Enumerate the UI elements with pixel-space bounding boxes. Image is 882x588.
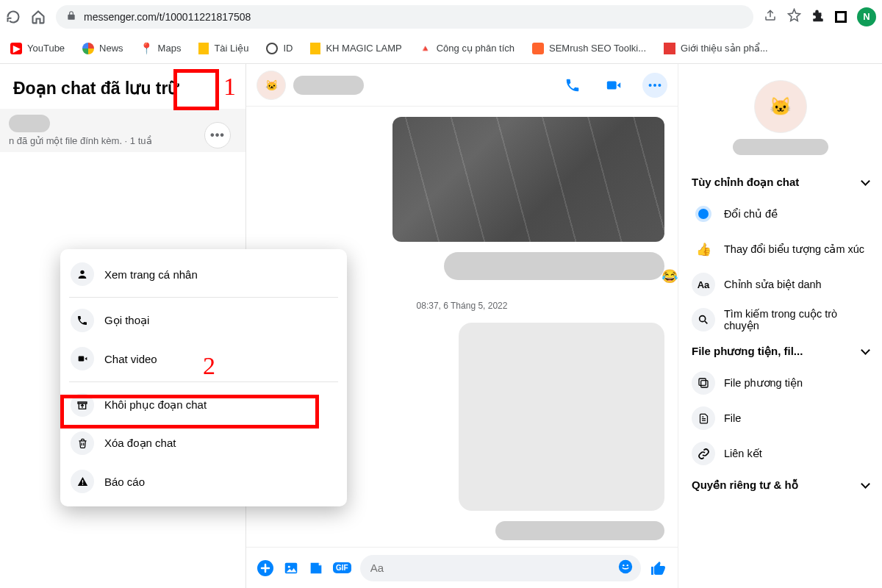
row-change-emoji[interactable]: 👍 Thay đổi biểu tượng cảm xúc xyxy=(684,232,876,267)
row-edit-nickname[interactable]: Aa Chỉnh sửa biệt danh xyxy=(684,267,876,302)
lock-icon xyxy=(66,10,76,24)
svg-rect-11 xyxy=(699,379,706,385)
chevron-down-icon xyxy=(861,479,870,489)
svg-rect-12 xyxy=(701,381,708,387)
bookmark-semrush[interactable]: SEMrush SEO Toolki... xyxy=(525,39,653,58)
chevron-down-icon xyxy=(861,176,870,186)
chat-header-actions xyxy=(560,73,667,98)
reload-icon[interactable] xyxy=(6,10,21,24)
image-picker-button[interactable] xyxy=(283,560,299,576)
sidebar-title: Đoạn chat đã lưu trữ xyxy=(0,64,245,109)
bookmarks-bar: ▶YouTube News 📍Maps Tài Liệu ID KH MAGIC… xyxy=(0,33,882,64)
theme-icon xyxy=(692,202,715,226)
annotation-label-1: 1 xyxy=(223,73,236,101)
browser-actions: N xyxy=(764,7,876,26)
voice-call-button[interactable] xyxy=(560,73,585,98)
menu-report[interactable]: Báo cáo xyxy=(60,462,347,501)
chat-name-placeholder xyxy=(9,115,50,132)
svg-point-2 xyxy=(653,83,656,86)
bookmark-youtube[interactable]: ▶YouTube xyxy=(3,39,72,58)
menu-unarchive[interactable]: Khôi phục đoạn chat xyxy=(60,386,347,424)
link-icon xyxy=(692,442,715,465)
profile-avatar[interactable]: N xyxy=(857,7,876,26)
archived-chat-item[interactable]: n đã gửi một file đính kèm. · 1 tuầ ••• xyxy=(0,109,245,152)
emoji-picker-button[interactable] xyxy=(617,559,634,578)
bookmark-tailieu[interactable]: Tài Liệu xyxy=(191,39,256,58)
chat-info-button[interactable] xyxy=(642,73,667,98)
globe-icon xyxy=(266,43,278,54)
message-input[interactable] xyxy=(360,555,641,581)
chat-more-button[interactable]: ••• xyxy=(204,122,231,148)
row-files[interactable]: File xyxy=(684,401,876,436)
file-icon xyxy=(692,406,715,430)
section-media-files[interactable]: File phương tiện, fil... xyxy=(684,337,876,365)
phone-icon xyxy=(71,309,94,332)
bookmark-magic-lamp[interactable]: KH MAGIC LAMP xyxy=(303,39,409,58)
message-placeholder-large xyxy=(459,323,664,511)
svg-point-3 xyxy=(658,83,661,86)
bookmark-maps[interactable]: 📍Maps xyxy=(134,39,189,58)
semrush-icon xyxy=(532,43,544,54)
details-avatar[interactable] xyxy=(754,80,807,133)
svg-point-6 xyxy=(288,565,290,567)
section-customize-chat[interactable]: Tùy chỉnh đoạn chat xyxy=(684,168,876,196)
section-privacy[interactable]: Quyền riêng tư & hỗ xyxy=(684,471,876,499)
svg-point-7 xyxy=(619,559,632,573)
add-attachment-button[interactable] xyxy=(257,559,274,577)
share-icon[interactable] xyxy=(764,9,777,25)
chat-header xyxy=(246,64,678,107)
svg-rect-0 xyxy=(607,81,617,89)
chat-name-placeholder xyxy=(293,76,364,95)
menu-divider xyxy=(69,381,338,382)
trash-icon xyxy=(71,431,94,455)
unarchive-icon xyxy=(71,393,94,417)
menu-voice-call[interactable]: Gọi thoại xyxy=(60,301,347,340)
messenger-app: Đoạn chat đã lưu trữ n đã gửi một file đ… xyxy=(0,64,882,588)
menu-delete-chat[interactable]: Xóa đoạn chat xyxy=(60,424,347,462)
chat-avatar[interactable] xyxy=(257,71,286,100)
red-icon xyxy=(664,43,675,54)
video-icon xyxy=(71,347,94,370)
video-call-button[interactable] xyxy=(601,73,626,98)
svg-point-8 xyxy=(623,564,624,565)
gif-button[interactable]: GIF xyxy=(333,562,351,573)
star-icon[interactable] xyxy=(787,8,801,25)
laugh-reaction-icon[interactable]: 😂 xyxy=(662,268,678,284)
image-message[interactable] xyxy=(392,117,664,242)
google-icon xyxy=(82,43,94,54)
sticker-button[interactable] xyxy=(308,560,324,576)
search-icon xyxy=(692,308,715,331)
bookmark-gioithieu[interactable]: Giới thiệu sản phẩ... xyxy=(656,39,775,58)
person-icon xyxy=(71,262,94,286)
row-search-conversation[interactable]: Tìm kiếm trong cuộc trò chuyện xyxy=(684,302,876,337)
bookmark-id[interactable]: ID xyxy=(259,39,300,58)
row-media[interactable]: File phương tiện xyxy=(684,365,876,401)
message-timestamp: 08:37, 6 Tháng 5, 2022 xyxy=(417,301,508,311)
svg-point-13 xyxy=(80,270,84,274)
details-panel: Tùy chỉnh đoạn chat Đổi chủ đề 👍 Thay đổ… xyxy=(678,64,882,588)
doc-icon xyxy=(310,43,320,54)
annotation-label-2: 2 xyxy=(203,352,215,380)
media-icon xyxy=(692,371,715,395)
home-icon[interactable] xyxy=(31,10,46,24)
extensions-icon[interactable] xyxy=(811,9,825,25)
menu-view-profile[interactable]: Xem trang cá nhân xyxy=(60,255,347,293)
message-composer: GIF xyxy=(246,547,678,588)
warning-icon xyxy=(71,470,94,493)
menu-divider xyxy=(69,297,338,298)
row-links[interactable]: Liên kết xyxy=(684,436,876,471)
drive-icon: 🔺 xyxy=(420,43,431,54)
like-send-button[interactable] xyxy=(650,559,667,577)
chevron-down-icon xyxy=(861,345,870,355)
address-bar[interactable]: messenger.com/t/100011221817508 xyxy=(56,5,753,29)
panel-icon[interactable] xyxy=(835,11,847,23)
nickname-icon: Aa xyxy=(692,273,715,296)
bookmark-news[interactable]: News xyxy=(75,39,131,58)
svg-rect-14 xyxy=(78,356,84,362)
doc-icon xyxy=(198,43,209,54)
svg-point-9 xyxy=(627,564,628,565)
row-change-theme[interactable]: Đổi chủ đề xyxy=(684,196,876,232)
bookmark-analytics[interactable]: 🔺Công cụ phân tích xyxy=(412,39,522,58)
maps-icon: 📍 xyxy=(141,43,153,54)
chat-preview-text: n đã gửi một file đính kèm. · 1 tuầ xyxy=(9,135,152,146)
